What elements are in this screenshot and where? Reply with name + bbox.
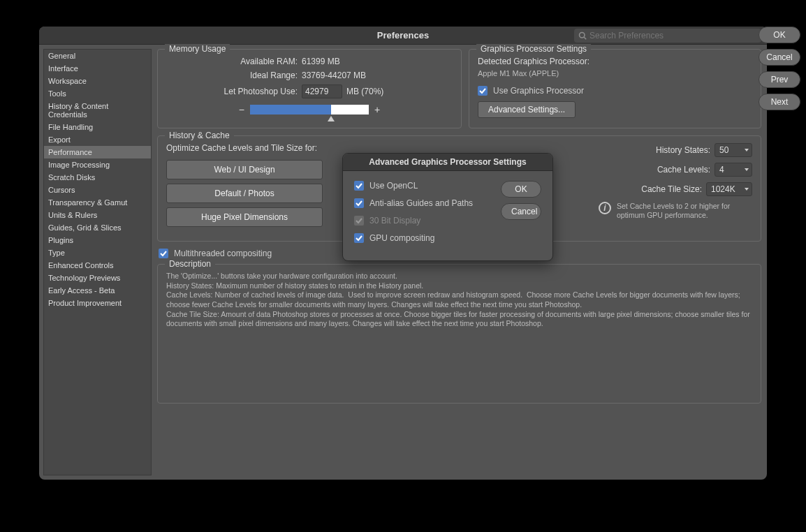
advanced-gpu-modal: Advanced Graphics Processor Settings Use… [342, 153, 553, 261]
sidebar-item-cursors[interactable]: Cursors [44, 184, 151, 196]
let-use-input[interactable] [302, 84, 342, 98]
sidebar-item-workspace[interactable]: Workspace [44, 75, 151, 87]
titlebar: Preferences [39, 27, 767, 45]
multithread-checkbox[interactable] [159, 249, 168, 258]
antialias-checkbox[interactable] [354, 198, 364, 208]
sidebar-item-enhanced-controls[interactable]: Enhanced Controls [44, 259, 151, 272]
use-opencl-checkbox[interactable] [354, 181, 364, 191]
use-gpu-label: Use Graphics Processor [493, 86, 584, 96]
let-use-suffix: MB (70%) [346, 87, 383, 96]
sidebar-item-performance[interactable]: Performance [44, 146, 151, 158]
memory-title: Memory Usage [165, 44, 230, 54]
window-title: Preferences [377, 30, 429, 40]
ideal-range-value: 33769-44207 MB [302, 71, 366, 80]
search-input[interactable] [589, 31, 757, 40]
next-button[interactable]: Next [759, 94, 800, 110]
history-states-select[interactable]: 50 [715, 143, 752, 157]
default-photos-button[interactable]: Default / Photos [166, 184, 323, 203]
antialias-label: Anti-alias Guides and Paths [369, 198, 473, 208]
sidebar-item-general[interactable]: General [44, 50, 151, 62]
sidebar-item-scratch-disks[interactable]: Scratch Disks [44, 171, 151, 184]
advanced-settings-button[interactable]: Advanced Settings... [478, 101, 576, 118]
gpu-settings-group: Graphics Processor Settings Detected Gra… [469, 49, 761, 128]
sidebar-item-history-content-credentials[interactable]: History & Content Credentials [44, 100, 151, 121]
30bit-checkbox [354, 216, 364, 226]
sidebar-item-export[interactable]: Export [44, 133, 151, 146]
history-states-label: History States: [627, 145, 710, 155]
memory-usage-group: Memory Usage Available RAM:61399 MB Idea… [157, 49, 462, 128]
available-ram-label: Available RAM: [166, 57, 298, 66]
description-text: The 'Optimize...' buttons take your hard… [166, 272, 752, 329]
gpu-title: Graphics Processor Settings [476, 44, 591, 54]
svg-point-0 [580, 33, 585, 38]
available-ram-value: 61399 MB [302, 57, 340, 66]
sidebar-item-units-rulers[interactable]: Units & Rulers [44, 209, 151, 221]
slider-fill [250, 105, 331, 114]
content: GeneralInterfaceWorkspaceToolsHistory & … [39, 45, 767, 480]
cache-tile-label: Cache Tile Size: [618, 184, 702, 194]
sidebar-item-technology-previews[interactable]: Technology Previews [44, 272, 151, 284]
cache-tile-select[interactable]: 1024K [706, 182, 752, 196]
modal-cancel-button[interactable]: Cancel [501, 203, 541, 220]
sidebar-item-interface[interactable]: Interface [44, 62, 151, 75]
web-ui-button[interactable]: Web / UI Design [166, 160, 323, 179]
detected-gpu-label: Detected Graphics Processor: [478, 57, 752, 66]
modal-title: Advanced Graphics Processor Settings [343, 154, 552, 171]
search-box[interactable] [574, 29, 761, 43]
search-icon [578, 31, 587, 40]
multithread-label: Multithreaded compositing [174, 249, 272, 258]
sidebar: GeneralInterfaceWorkspaceToolsHistory & … [43, 49, 152, 475]
ok-button[interactable]: OK [759, 27, 800, 43]
info-icon: i [599, 202, 611, 214]
use-gpu-checkbox[interactable] [478, 86, 488, 96]
history-title: History & Cache [165, 131, 234, 140]
cache-levels-select[interactable]: 4 [715, 163, 752, 177]
memory-slider[interactable] [250, 105, 369, 114]
slider-handle-icon[interactable] [328, 116, 335, 121]
sidebar-item-product-improvement[interactable]: Product Improvement [44, 297, 151, 309]
use-opencl-label: Use OpenCL [369, 181, 418, 191]
description-group: Description The 'Optimize...' buttons ta… [157, 264, 761, 404]
slider-minus-icon[interactable]: − [239, 104, 244, 115]
sidebar-item-guides-grid-slices[interactable]: Guides, Grid & Slices [44, 221, 151, 234]
main-panel: Memory Usage Available RAM:61399 MB Idea… [152, 45, 767, 480]
description-title: Description [165, 259, 215, 269]
info-text: Set Cache Levels to 2 or higher for opti… [617, 202, 752, 220]
30bit-label: 30 Bit Display [369, 216, 420, 226]
sidebar-item-image-processing[interactable]: Image Processing [44, 158, 151, 171]
modal-ok-button[interactable]: OK [501, 181, 541, 198]
gpu-compositing-label: GPU compositing [369, 233, 434, 243]
sidebar-item-tools[interactable]: Tools [44, 87, 151, 100]
cache-levels-label: Cache Levels: [627, 165, 710, 175]
slider-plus-icon[interactable]: + [374, 104, 380, 115]
optimize-label: Optimize Cache Levels and Tile Size for: [166, 143, 599, 153]
ideal-range-label: Ideal Range: [166, 71, 298, 80]
sidebar-item-type[interactable]: Type [44, 246, 151, 259]
let-use-label: Let Photoshop Use: [166, 87, 298, 96]
cancel-button[interactable]: Cancel [759, 49, 800, 66]
svg-line-1 [584, 37, 586, 39]
prev-button[interactable]: Prev [759, 71, 800, 88]
detected-gpu-value: Apple M1 Max (APPLE) [478, 69, 752, 77]
sidebar-item-early-access-beta[interactable]: Early Access - Beta [44, 284, 151, 297]
gpu-compositing-checkbox[interactable] [354, 233, 364, 243]
huge-pixel-button[interactable]: Huge Pixel Dimensions [166, 207, 323, 227]
dialog-buttons: OK Cancel Prev Next [759, 27, 800, 110]
sidebar-item-transparency-gamut[interactable]: Transparency & Gamut [44, 196, 151, 209]
sidebar-item-plugins[interactable]: Plugins [44, 234, 151, 246]
sidebar-item-file-handling[interactable]: File Handling [44, 121, 151, 133]
